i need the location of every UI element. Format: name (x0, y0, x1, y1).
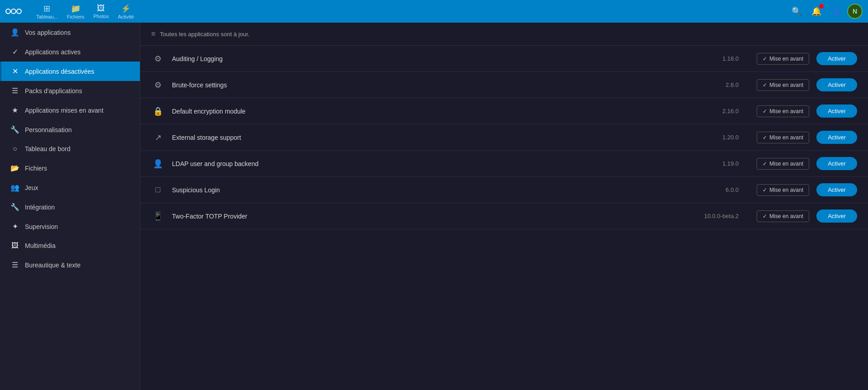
app-featured-btn-ldap-user-group[interactable]: ✓ Mise en avant (757, 158, 809, 170)
app-featured-btn-suspicious-login[interactable]: ✓ Mise en avant (757, 184, 809, 196)
app-activate-btn-ldap-user-group[interactable]: Activer (816, 157, 857, 170)
topnav-icon-fichiers: 📁 (71, 4, 81, 14)
app-version-default-encryption: 2.16.0 (691, 108, 749, 114)
topnav-item-photos[interactable]: 🖼Photos (90, 2, 112, 21)
sidebar-icon-integration: 🔧 (10, 203, 19, 211)
featured-label: Mise en avant (769, 56, 803, 62)
featured-label: Mise en avant (769, 82, 803, 88)
topnav-icon-activite: ⚡ (121, 4, 131, 14)
sidebar-item-integration[interactable]: 🔧Intégration (0, 197, 140, 217)
sidebar-item-multimedia[interactable]: 🖼Multimédia (0, 236, 140, 255)
app-name-two-factor-totp: Two-Factor TOTP Provider (172, 213, 683, 220)
app-icon-two-factor-totp: 📱 (151, 211, 165, 221)
sidebar-label-supervision: Supervision (25, 223, 58, 230)
sidebar-item-applications-actives[interactable]: ✓Applications actives (0, 42, 140, 62)
notification-badge (819, 4, 824, 9)
topnav-label-fichiers: Fichiers (67, 14, 85, 19)
app-row: 📱 Two-Factor TOTP Provider 10.0.0-beta.2… (140, 203, 868, 229)
app-featured-btn-external-storage[interactable]: ✓ Mise en avant (757, 132, 809, 143)
featured-check-icon: ✓ (763, 213, 767, 219)
sidebar-icon-applications-actives: ✓ (10, 48, 19, 56)
app-logo[interactable] (5, 7, 22, 16)
app-version-two-factor-totp: 10.0.0-beta.2 (691, 213, 749, 219)
sidebar-item-supervision[interactable]: ✦Supervision (0, 217, 140, 236)
sidebar-item-tableau-de-bord[interactable]: ○Tableau de bord (0, 139, 140, 158)
svg-point-2 (17, 9, 21, 14)
app-row: ⚙ Auditing / Logging 1.18.0 ✓ Mise en av… (140, 46, 868, 72)
app-activate-btn-brute-force-settings[interactable]: Activer (816, 78, 857, 91)
featured-check-icon: ✓ (763, 82, 767, 88)
app-version-external-storage: 1.20.0 (691, 134, 749, 141)
sidebar-icon-applications-mises-avant: ★ (10, 106, 19, 114)
app-row: ⚙ Brute-force settings 2.8.0 ✓ Mise en a… (140, 72, 868, 98)
status-bar: ≡ Toutes les applications sont à jour. (140, 23, 868, 46)
app-activate-btn-external-storage[interactable]: Activer (816, 131, 857, 144)
sidebar-icon-bureautique-texte: ☰ (10, 261, 19, 269)
app-version-auditing-logging: 1.18.0 (691, 55, 749, 62)
app-row: 👤 LDAP user and group backend 1.19.0 ✓ M… (140, 151, 868, 177)
search-button[interactable]: 🔍 (787, 2, 806, 20)
app-activate-btn-suspicious-login[interactable]: Activer (816, 183, 857, 196)
user-avatar[interactable]: N (847, 4, 863, 19)
app-activate-btn-two-factor-totp[interactable]: Activer (816, 209, 857, 223)
app-name-ldap-user-group: LDAP user and group backend (172, 160, 683, 167)
sidebar-label-integration: Intégration (25, 204, 55, 211)
sidebar-item-jeux[interactable]: 👥Jeux (0, 178, 140, 197)
sidebar-label-fichiers: Fichiers (25, 165, 47, 172)
sidebar-label-personnalisation: Personnalisation (25, 126, 72, 133)
notifications-button[interactable]: 🔔 (807, 2, 825, 20)
app-row: ↗ External storage support 1.20.0 ✓ Mise… (140, 124, 868, 151)
app-activate-btn-auditing-logging[interactable]: Activer (816, 52, 857, 65)
app-list: ⚙ Auditing / Logging 1.18.0 ✓ Mise en av… (140, 46, 868, 229)
sidebar-item-applications-mises-avant[interactable]: ★Applications mises en avant (0, 100, 140, 120)
topnav-right: 🔍 🔔 👤 N (787, 2, 863, 20)
sidebar-label-vos-applications: Vos applications (25, 29, 71, 36)
app-featured-btn-auditing-logging[interactable]: ✓ Mise en avant (757, 53, 809, 65)
sidebar-icon-multimedia: 🖼 (10, 242, 19, 250)
sidebar-item-personnalisation[interactable]: 🔧Personnalisation (0, 120, 140, 139)
sidebar-label-packs-applications: Packs d'applications (25, 87, 82, 95)
topnav-item-activite[interactable]: ⚡Activité (114, 2, 137, 21)
status-icon: ≡ (151, 30, 155, 38)
main-layout: 👤Vos applications✓Applications actives✕A… (0, 23, 868, 390)
sidebar-label-applications-actives: Applications actives (25, 48, 81, 56)
app-name-default-encryption: Default encryption module (172, 108, 683, 115)
app-version-ldap-user-group: 1.19.0 (691, 160, 749, 167)
featured-label: Mise en avant (769, 161, 803, 167)
contacts-button[interactable]: 👤 (827, 2, 845, 20)
sidebar-label-bureautique-texte: Bureautique & texte (25, 262, 81, 269)
sidebar-items-container: 👤Vos applications✓Applications actives✕A… (0, 23, 140, 275)
status-message: Toutes les applications sont à jour. (160, 31, 249, 38)
app-featured-btn-two-factor-totp[interactable]: ✓ Mise en avant (757, 210, 809, 222)
sidebar-label-multimedia: Multimédia (25, 242, 56, 249)
sidebar-item-applications-desactivees[interactable]: ✕Applications désactivées (0, 62, 140, 81)
sidebar-label-jeux: Jeux (25, 184, 38, 191)
topnav-item-fichiers[interactable]: 📁Fichiers (63, 2, 88, 21)
app-featured-btn-default-encryption[interactable]: ✓ Mise en avant (757, 105, 809, 117)
app-name-suspicious-login: Suspicious Login (172, 186, 683, 194)
app-icon-auditing-logging: ⚙ (151, 54, 165, 64)
app-featured-btn-brute-force-settings[interactable]: ✓ Mise en avant (757, 79, 809, 91)
app-version-brute-force-settings: 2.8.0 (691, 81, 749, 88)
svg-point-0 (6, 9, 10, 14)
featured-label: Mise en avant (769, 108, 803, 114)
sidebar-icon-personnalisation: 🔧 (10, 125, 19, 134)
featured-label: Mise en avant (769, 134, 803, 141)
topnav-label-photos: Photos (93, 14, 109, 19)
sidebar-item-vos-applications[interactable]: 👤Vos applications (0, 23, 140, 42)
sidebar-item-fichiers[interactable]: 📂Fichiers (0, 158, 140, 178)
app-icon-suspicious-login: □ (151, 185, 165, 195)
app-activate-btn-default-encryption[interactable]: Activer (816, 105, 857, 118)
featured-check-icon: ✓ (763, 161, 767, 167)
sidebar-item-packs-applications[interactable]: ☰Packs d'applications (0, 81, 140, 100)
app-icon-ldap-user-group: 👤 (151, 159, 165, 169)
sidebar-icon-supervision: ✦ (10, 222, 19, 231)
main-content: ≡ Toutes les applications sont à jour. ⚙… (140, 23, 868, 390)
app-name-external-storage: External storage support (172, 134, 683, 141)
topnav-item-tableau[interactable]: ⊞Tableau... (33, 2, 62, 21)
featured-check-icon: ✓ (763, 108, 767, 114)
top-navigation: ⊞Tableau...📁Fichiers🖼Photos⚡Activité 🔍 🔔… (0, 0, 868, 23)
sidebar-item-bureautique-texte[interactable]: ☰Bureautique & texte (0, 255, 140, 275)
sidebar-icon-fichiers: 📂 (10, 164, 19, 172)
app-row: 🔒 Default encryption module 2.16.0 ✓ Mis… (140, 98, 868, 124)
